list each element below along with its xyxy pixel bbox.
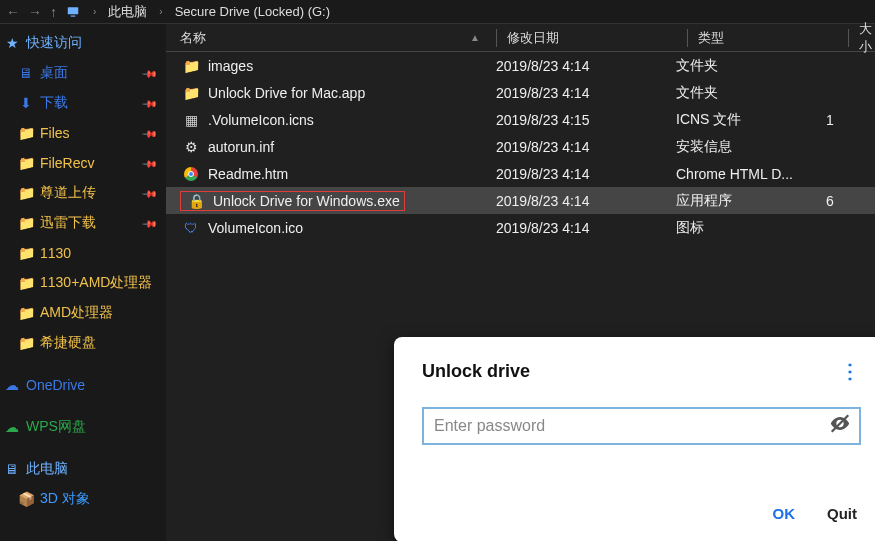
file-size: 6 [826,193,875,209]
col-size-header[interactable]: 大小 [859,20,875,56]
nav-back-icon[interactable]: ← [6,4,20,20]
file-date: 2019/8/23 4:15 [496,112,676,128]
sidebar-item[interactable]: 📁Files📌 [0,118,166,148]
sidebar-item[interactable]: ★快速访问 [0,28,166,58]
folder-icon: 📁 [18,185,34,201]
file-size: 1 [826,112,875,128]
sidebar-item-label: Files [40,125,70,141]
sidebar-item[interactable]: 📁AMD处理器 [0,298,166,328]
folder-icon: 📁 [18,305,34,321]
crumb-pc[interactable]: 此电脑 [108,3,147,21]
file-row[interactable]: 📁images2019/8/23 4:14文件夹 [166,52,875,79]
file-date: 2019/8/23 4:14 [496,193,676,209]
sidebar-item-label: WPS网盘 [26,418,86,436]
ok-button[interactable]: OK [773,505,796,522]
sidebar-item[interactable]: 🖥此电脑 [0,454,166,484]
sidebar-item[interactable]: 🖥桌面📌 [0,58,166,88]
file-name: VolumeIcon.ico [208,220,496,236]
file-row[interactable]: ⚙autorun.inf2019/8/23 4:14安装信息 [166,133,875,160]
file-type: ICNS 文件 [676,111,826,129]
cloud-icon: ☁ [4,419,20,435]
sidebar-item-label: FileRecv [40,155,94,171]
sidebar-item[interactable]: 📁FileRecv📌 [0,148,166,178]
unlock-dialog: Unlock drive ⋮ OK Quit [394,337,875,541]
col-name-label: 名称 [180,29,206,47]
password-input[interactable] [422,407,861,445]
sidebar-item[interactable]: 📁1130 [0,238,166,268]
down-icon: ⬇ [18,95,34,111]
file-row[interactable]: Readme.htm2019/8/23 4:14Chrome HTML D... [166,160,875,187]
quit-button[interactable]: Quit [827,505,857,522]
file-date: 2019/8/23 4:14 [496,85,676,101]
desk-icon: 🖥 [18,65,34,81]
dialog-title: Unlock drive [422,361,530,382]
dialog-menu-icon[interactable]: ⋮ [840,359,861,383]
sidebar-item-label: 迅雷下载 [40,214,96,232]
svg-rect-1 [71,15,76,16]
toggle-visibility-icon[interactable] [829,413,851,440]
crumb-drive[interactable]: Secure Drive (Locked) (G:) [175,4,330,19]
sidebar-item[interactable]: ☁OneDrive [0,370,166,400]
file-list-pane: 名称 ▲ 修改日期 类型 大小 📁images2019/8/23 4:14文件夹… [166,24,875,541]
sidebar-item[interactable]: 📦3D 对象 [0,484,166,514]
sidebar-item-label: 1130+AMD处理器 [40,274,152,292]
file-date: 2019/8/23 4:14 [496,166,676,182]
sidebar-item[interactable]: 📁迅雷下载📌 [0,208,166,238]
file-name: .VolumeIcon.icns [208,112,496,128]
sidebar-item-label: 此电脑 [26,460,68,478]
address-bar: ← → ↑ › 此电脑 › Secure Drive (Locked) (G:) [0,0,875,24]
file-row[interactable]: ▦.VolumeIcon.icns2019/8/23 4:15ICNS 文件1 [166,106,875,133]
sidebar-item-label: 桌面 [40,64,68,82]
col-type-header[interactable]: 类型 [698,29,848,47]
folder-icon: 📁 [18,335,34,351]
pin-icon: 📌 [142,155,158,171]
folder-icon: 📁 [18,245,34,261]
file-type: Chrome HTML D... [676,166,826,182]
file-icon: ▦ [185,112,198,128]
sidebar-item-label: 尊道上传 [40,184,96,202]
sidebar-item[interactable]: ⬇下载📌 [0,88,166,118]
sort-asc-icon: ▲ [470,32,480,43]
sidebar: ★快速访问🖥桌面📌⬇下载📌📁Files📌📁FileRecv📌📁尊道上传📌📁迅雷下… [0,24,166,541]
file-name: Readme.htm [208,166,496,182]
pin-icon: 📌 [142,185,158,201]
nav-fwd-icon[interactable]: → [28,4,42,20]
folder-icon: 📁 [18,155,34,171]
cloud-icon: ☁ [4,377,20,393]
pin-icon: 📌 [142,65,158,81]
sidebar-item[interactable]: ☁WPS网盘 [0,412,166,442]
sidebar-item-label: 3D 对象 [40,490,90,508]
chrome-icon [184,167,198,181]
pc-icon [65,4,81,20]
col-name-header[interactable]: 名称 ▲ [180,29,496,47]
shield-icon: 🛡 [184,220,198,236]
nav-up-icon[interactable]: ↑ [50,4,57,20]
cube-icon: 📦 [18,491,34,507]
col-date-header[interactable]: 修改日期 [507,29,687,47]
pin-icon: 📌 [142,215,158,231]
file-name: Unlock Drive for Windows.exe [213,193,400,209]
star-icon: ★ [4,35,20,51]
file-type: 文件夹 [676,57,826,75]
sidebar-item[interactable]: 📁1130+AMD处理器 [0,268,166,298]
file-row[interactable]: 🔒Unlock Drive for Windows.exe2019/8/23 4… [166,187,875,214]
sidebar-item-label: OneDrive [26,377,85,393]
sidebar-item-label: 快速访问 [26,34,82,52]
file-row[interactable]: 📁Unlock Drive for Mac.app2019/8/23 4:14文… [166,79,875,106]
file-date: 2019/8/23 4:14 [496,220,676,236]
column-headers: 名称 ▲ 修改日期 类型 大小 [166,24,875,52]
file-row[interactable]: 🛡VolumeIcon.ico2019/8/23 4:14图标 [166,214,875,241]
folder-icon: 📁 [183,58,200,74]
sidebar-item-label: 1130 [40,245,71,261]
file-type: 图标 [676,219,826,237]
folder-icon: 📁 [18,125,34,141]
sidebar-item-label: 希捷硬盘 [40,334,96,352]
file-type: 应用程序 [676,192,826,210]
pin-icon: 📌 [142,95,158,111]
crumb-sep-icon: › [159,6,162,17]
crumb-sep-icon: › [93,6,96,17]
sidebar-item[interactable]: 📁尊道上传📌 [0,178,166,208]
sidebar-item[interactable]: 📁希捷硬盘 [0,328,166,358]
file-type: 文件夹 [676,84,826,102]
file-name: autorun.inf [208,139,496,155]
